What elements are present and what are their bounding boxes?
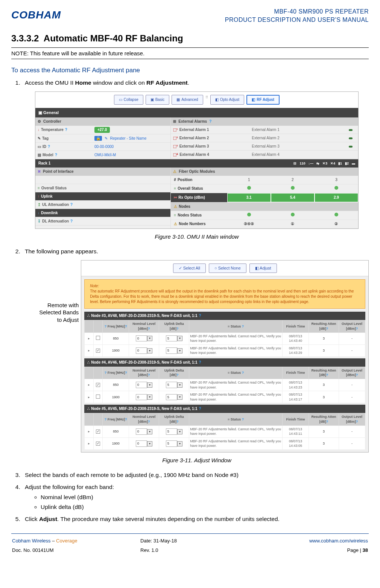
status-lines-icon: ≡: [174, 213, 176, 218]
uplink-delta-input[interactable]: 5: [166, 440, 177, 447]
expand-arrow-icon[interactable]: ▸: [87, 336, 91, 341]
uplink-delta-input[interactable]: 5: [166, 335, 177, 342]
node-numbers-1[interactable]: ③④⑤: [227, 220, 271, 228]
fiber-nodestatus-label: Nodes Status: [178, 213, 202, 218]
expand-arrow-icon[interactable]: ▸: [87, 429, 91, 434]
nominal-input[interactable]: 0: [136, 394, 147, 401]
status-dot: [291, 213, 295, 216]
select-all-button[interactable]: ✓ Select All: [173, 264, 206, 273]
uplink-delta-input[interactable]: 5: [166, 394, 177, 401]
dropdown-icon[interactable]: ▾: [177, 395, 182, 400]
node-numbers-3[interactable]: ②: [315, 220, 358, 228]
step1-mid: window and click on: [91, 79, 146, 86]
lock-icon[interactable]: 🔒: [94, 136, 102, 141]
edit-icon[interactable]: ✎: [103, 136, 109, 141]
footer-page-num: 38: [363, 547, 368, 553]
dropdown-icon[interactable]: ▾: [177, 348, 182, 353]
band-checkbox[interactable]: [96, 336, 100, 340]
select-none-button[interactable]: ○ Select None: [209, 264, 246, 273]
node-header: ∴ Node #5, AV45, MBF-20-D-2308-2319-S, N…: [84, 405, 365, 413]
uplink-delta-input[interactable]: 5: [166, 347, 177, 354]
help-icon[interactable]: ?: [199, 406, 201, 411]
finish-time-cell: 08/07/13 14:43:23: [283, 379, 309, 391]
doc-header-line2: PRODUCT DESCRIPTION AND USER'S MANUAL: [225, 16, 369, 24]
poi-overall-label: Overall Status: [41, 186, 67, 191]
status-dot: [334, 213, 338, 216]
help-icon[interactable]: ?: [70, 219, 73, 224]
expand-arrow-icon[interactable]: ▸: [87, 348, 91, 353]
temperature-label: Temperature: [41, 127, 64, 133]
output-level-cell: -: [339, 391, 365, 403]
help-icon[interactable]: ?: [65, 127, 67, 133]
help-icon[interactable]: ?: [48, 144, 50, 149]
footer-dash: –: [51, 538, 56, 544]
node-icon: ∴: [87, 360, 90, 365]
rack-opt-icon: ⇆: [316, 161, 319, 166]
warning-note: Note: The automatic RF Adjustment proced…: [84, 279, 365, 309]
dropdown-icon[interactable]: ▾: [147, 348, 152, 353]
fiber-rx-label: Rx Opto (dBm): [178, 195, 205, 200]
status-cell: MBF-20 RF Adjustments failed. Cannot rea…: [189, 391, 283, 403]
footer-url[interactable]: www.cobham.com/wireless: [309, 538, 368, 544]
help-icon[interactable]: ?: [70, 202, 73, 207]
nominal-input[interactable]: 0: [136, 440, 147, 447]
nominal-input[interactable]: 0: [136, 347, 147, 354]
freq-cell: 850: [103, 332, 129, 344]
expand-arrow-icon[interactable]: ▸: [87, 441, 91, 446]
finish-time-cell: 08/07/13 14:43:11: [283, 425, 309, 437]
dropdown-icon[interactable]: ▾: [147, 441, 152, 446]
uplink-delta-input[interactable]: 5: [166, 382, 177, 388]
dropdown-icon[interactable]: ▾: [177, 429, 182, 434]
band-checkbox[interactable]: [96, 430, 100, 434]
band-checkbox[interactable]: [96, 383, 100, 387]
status-cell: MBF-20 RF Adjustments failed. Cannot rea…: [189, 437, 283, 449]
nominal-input[interactable]: 0: [136, 382, 147, 388]
band-checkbox[interactable]: [96, 395, 100, 399]
help-icon[interactable]: ?: [199, 360, 201, 365]
step5-pre: Click: [25, 516, 39, 522]
status-dot: [349, 129, 353, 131]
expand-arrow-icon[interactable]: ▸: [87, 382, 91, 387]
nominal-input[interactable]: 0: [136, 335, 147, 342]
ext-alarm-2-value: External Alarm 2: [249, 134, 343, 142]
dropdown-icon[interactable]: ▾: [177, 441, 182, 446]
freq-cell: 850: [103, 379, 129, 391]
rack-opt-icon: ✕3: [322, 161, 327, 166]
select-none-label: Select None: [218, 266, 241, 270]
uplink-delta-input[interactable]: 5: [166, 428, 177, 435]
adjust-button[interactable]: ◧ Adjust: [249, 264, 277, 273]
node-table: ? Freq [MHz]?Nominal Level [dBm]?Uplink …: [84, 367, 365, 404]
node-numbers-2[interactable]: ①: [271, 220, 315, 228]
freq-cell: 1900: [103, 344, 129, 356]
collapse-button[interactable]: ▭ Collapse: [114, 95, 143, 105]
dropdown-icon[interactable]: ▾: [147, 395, 152, 400]
omu-main-window: ▭ Collapse ▣ Basic ▦ Advanced ⠿ ◧ Opto A…: [35, 91, 359, 229]
nominal-input[interactable]: 0: [136, 428, 147, 435]
help-icon[interactable]: ?: [55, 152, 57, 158]
help-icon[interactable]: ?: [209, 119, 211, 124]
model-icon: ▤: [38, 152, 41, 158]
rack-title-text: Rack 1: [38, 161, 50, 166]
basic-button[interactable]: ▣ Basic: [146, 95, 169, 105]
advanced-button[interactable]: ▦ Advanced: [172, 95, 203, 105]
dropdown-icon[interactable]: ▾: [147, 336, 152, 341]
atten-up-icon: ↥: [38, 202, 41, 207]
band-checkbox[interactable]: [96, 442, 100, 446]
expand-arrow-icon[interactable]: ▸: [87, 395, 91, 400]
status-dot: [291, 186, 295, 190]
dropdown-icon[interactable]: ▾: [177, 382, 182, 388]
output-level-cell: -: [339, 332, 365, 344]
dropdown-icon[interactable]: ▾: [147, 429, 152, 434]
dropdown-icon[interactable]: ▾: [147, 382, 152, 388]
rf-adjust-button[interactable]: ◧ RF Adjust: [246, 95, 280, 105]
opto-adjust-button[interactable]: ◧ Opto Adjust: [210, 95, 245, 105]
step5-post: . The procedure may take several minutes…: [57, 516, 280, 522]
thermometer-icon: ↓: [38, 127, 40, 133]
model-value: OMU-MkII-M: [92, 151, 170, 159]
band-checkbox[interactable]: [96, 349, 100, 353]
node-header: ∴ Node #3, AV48, MBF-20-D-2308-2319-S, N…: [84, 312, 365, 320]
collapse-label: Collapse: [124, 97, 138, 102]
dropdown-icon[interactable]: ▾: [177, 336, 182, 341]
help-icon[interactable]: ?: [199, 313, 201, 318]
step2-text: The following pane appears.: [25, 248, 98, 254]
